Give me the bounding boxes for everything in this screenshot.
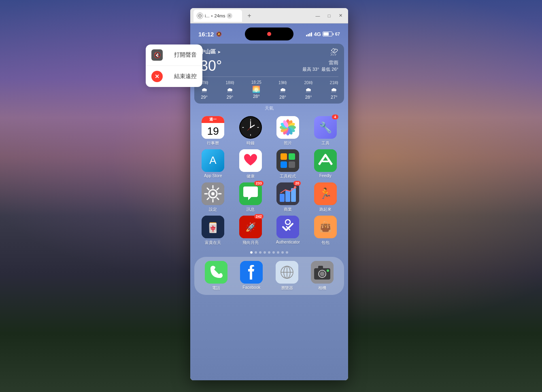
close-window-button[interactable]: ✕ (336, 11, 345, 20)
page-dot-6 (272, 251, 275, 254)
page-dots (190, 251, 348, 254)
dock-facebook[interactable]: Facebook (236, 261, 268, 291)
svg-text:A: A (210, 154, 217, 166)
page-dot-5 (268, 251, 270, 254)
tools-label: 工具 (321, 140, 329, 146)
feedly-label: Feedly (319, 174, 332, 178)
app-appstore[interactable]: A App Store (196, 149, 230, 179)
settings-label: 設定 (209, 207, 217, 212)
signal-bar-1 (306, 35, 307, 36)
svg-point-75 (327, 269, 329, 272)
status-time: 16:12 (198, 31, 214, 38)
page-dot-1 (250, 251, 253, 254)
weather-high: 最高 33° (302, 66, 319, 72)
svg-text:🀄: 🀄 (207, 222, 219, 233)
tools-badge: 4 (332, 114, 338, 119)
disconnect-label: 結束遠控 (174, 73, 197, 80)
wealthy-label: 富貴在天 (205, 240, 221, 246)
app-calendar[interactable]: 週一 19 行事曆 (196, 116, 230, 146)
page-dot-3 (259, 251, 261, 254)
dock-phone[interactable]: 電話 (200, 261, 232, 291)
minimize-button[interactable]: — (313, 11, 322, 20)
monthly-badge: 242 (254, 214, 264, 219)
mute-label: 打開聲音 (174, 51, 197, 59)
app-clock[interactable]: 時鐘 (234, 116, 268, 146)
status-bar: 16:12 🔕 4G (190, 23, 348, 41)
forecast-4: 19時 🌧 28° (278, 80, 287, 100)
app-health[interactable]: 健康 (234, 149, 268, 179)
status-right: 4G 67 (306, 31, 340, 37)
weather-forecast: 17時 🌧 29° 18時 🌧 29° 18:25 🌅 28° 19時 🌧 (200, 76, 338, 100)
popup-mute-item[interactable]: 🔇 打開聲音 (146, 44, 202, 66)
business-label: 商業 (284, 207, 292, 212)
tab-close-button[interactable]: ✕ (227, 13, 232, 19)
dock-phone-label: 電話 (212, 285, 220, 291)
svg-rect-31 (281, 161, 287, 168)
mute-icon: 🔇 (151, 49, 163, 61)
app-photos[interactable]: 照片 (271, 116, 305, 146)
forecast-5: 20時 🌧 28° (304, 80, 312, 100)
svg-rect-28 (276, 149, 299, 172)
business-badge: 20 (293, 181, 301, 186)
dock-camera[interactable]: 相機 (306, 261, 339, 291)
page-dot-7 (277, 251, 279, 254)
dock: 電話 Facebook (194, 257, 344, 295)
app-row-2: A App Store 健康 (190, 148, 348, 181)
maximize-button[interactable]: □ (325, 11, 334, 20)
network-type: 4G (314, 31, 321, 37)
messages-label: 訊息 (247, 207, 255, 212)
svg-text:🚀: 🚀 (245, 222, 256, 233)
photos-label: 照片 (284, 140, 292, 146)
app-monthly[interactable]: 🚀 242 飛向月亮 (234, 216, 268, 246)
health-label: 健康 (247, 174, 255, 179)
svg-rect-49 (285, 191, 290, 202)
signal-bars (306, 32, 312, 36)
dock-browser-label: 瀏覽器 (281, 285, 293, 291)
signal-bar-3 (309, 33, 310, 36)
app-tools[interactable]: 🔧 4 工具 (308, 116, 343, 146)
signal-bar-4 (311, 32, 312, 36)
app-row-1: 週一 19 行事曆 (190, 114, 348, 148)
weather-widget-label: 天氣 (190, 105, 348, 111)
running-label: 跑起來 (319, 207, 332, 212)
svg-point-37 (211, 192, 215, 195)
app-feedly[interactable]: Feedly (308, 149, 343, 179)
popup-menu: 🔇 打開聲音 ✕ 結束遠控 (146, 44, 202, 87)
app-wealthy[interactable]: 🀄 富貴在天 (196, 216, 230, 246)
browser-tab[interactable]: i... ▪ 24ms ✕ (193, 10, 242, 22)
dock-browser[interactable]: 瀏覽器 (271, 261, 303, 291)
dock-facebook-label: Facebook (242, 285, 260, 290)
svg-point-73 (320, 271, 325, 276)
browser-window: i... ▪ 24ms ✕ + — □ ✕ 16:12 🔕 (190, 8, 348, 380)
recording-dot (267, 32, 271, 36)
tab-ping-val: 24ms (215, 13, 225, 18)
app-auth[interactable]: ✕ Authenticator (271, 216, 305, 246)
svg-rect-32 (289, 161, 295, 168)
messages-badge: 233 (254, 181, 264, 186)
signal-bar-2 (308, 34, 309, 36)
app-business[interactable]: 20 商業 (271, 182, 305, 212)
svg-rect-29 (281, 153, 287, 160)
page-dot-8 (281, 251, 284, 254)
utilities-label: 工具程式 (280, 174, 296, 179)
phone-screen: 16:12 🔕 4G (190, 23, 348, 380)
weather-condition: 雷雨 (302, 59, 338, 66)
popup-disconnect-item[interactable]: ✕ 結束遠控 (146, 66, 202, 87)
weather-widget[interactable]: 中山區 ➤ ⛈ 30° 雷雨 最高 33° 最低 26° 17時 (194, 44, 344, 104)
location-arrow-icon: ➤ (217, 50, 221, 54)
svg-point-51 (294, 186, 296, 189)
svg-rect-74 (318, 266, 323, 269)
app-utilities[interactable]: 工具程式 (271, 149, 305, 179)
new-tab-button[interactable]: + (244, 11, 254, 21)
svg-point-11 (250, 127, 251, 128)
mute-icon: 🔕 (216, 32, 222, 37)
app-running[interactable]: 🏃 跑起來 (308, 182, 343, 212)
app-messages[interactable]: 233 訊息 (234, 182, 268, 212)
weather-low: 最低 26° (321, 66, 338, 72)
forecast-3: 18:25 🌅 28° (251, 80, 261, 100)
svg-text:✕: ✕ (285, 225, 291, 233)
app-bag[interactable]: 👜 包包 (308, 216, 343, 246)
svg-text:🏃: 🏃 (319, 187, 332, 200)
app-settings[interactable]: 設定 (196, 182, 230, 212)
calendar-label: 行事曆 (207, 140, 219, 146)
